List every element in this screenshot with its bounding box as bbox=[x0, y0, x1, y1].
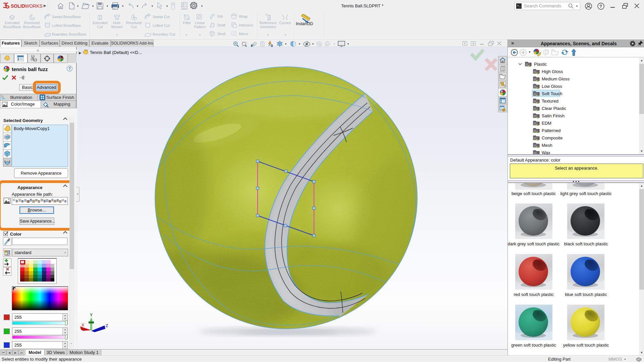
svg-text:?: ? bbox=[600, 4, 602, 9]
svg-text:WORKS: WORKS bbox=[25, 3, 43, 9]
svg-text:Y: Y bbox=[90, 313, 93, 317]
svg-text:SOLID: SOLID bbox=[11, 3, 25, 9]
svg-text:Z: Z bbox=[106, 323, 108, 328]
svg-text:X: X bbox=[82, 323, 84, 327]
